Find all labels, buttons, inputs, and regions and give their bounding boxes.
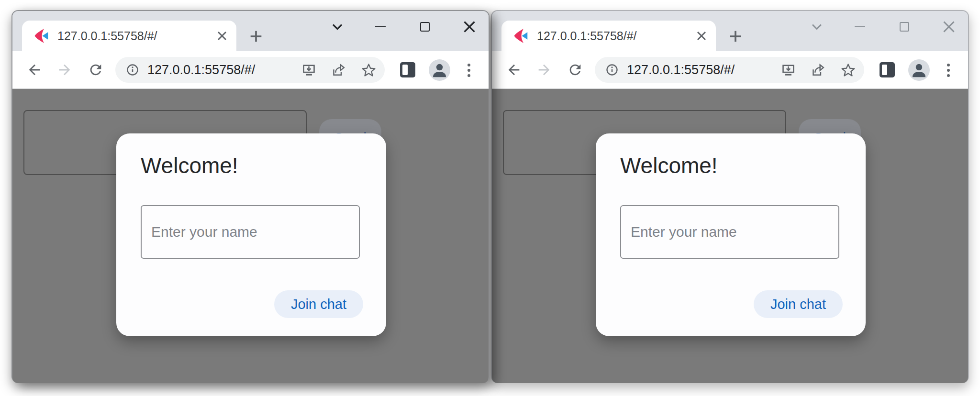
name-input[interactable] — [620, 205, 839, 259]
dialog-title: Welcome! — [620, 153, 718, 178]
name-input[interactable] — [141, 205, 360, 259]
bookmark-star-icon[interactable] — [841, 63, 856, 77]
maximize-icon[interactable] — [896, 18, 913, 36]
browser-window-left: 127.0.0.1:55758/#/ — [11, 10, 490, 383]
tab-strip: 127.0.0.1:55758/#/ — [492, 11, 968, 51]
forward-icon[interactable] — [56, 62, 73, 78]
maximize-icon[interactable] — [416, 18, 434, 36]
tab-search-chevron-icon[interactable] — [808, 18, 825, 36]
tab-close-icon[interactable] — [214, 28, 230, 44]
dialog-title: Welcome! — [141, 153, 238, 178]
url-text[interactable]: 127.0.0.1:55758/#/ — [147, 63, 301, 77]
browser-toolbar: 127.0.0.1:55758/#/ — [12, 51, 489, 89]
url-text[interactable]: 127.0.0.1:55758/#/ — [627, 63, 781, 77]
side-panel-icon[interactable] — [400, 62, 415, 77]
install-app-icon[interactable] — [301, 63, 316, 77]
address-bar[interactable]: 127.0.0.1:55758/#/ — [595, 57, 864, 83]
tab-title: 127.0.0.1:55758/#/ — [537, 29, 694, 43]
back-icon[interactable] — [26, 62, 43, 78]
welcome-dialog: Welcome! Join chat — [596, 133, 866, 336]
page-content-scrim: Send Welcome! Join chat — [12, 89, 489, 383]
back-icon[interactable] — [506, 62, 522, 78]
forward-icon[interactable] — [536, 62, 552, 78]
welcome-dialog: Welcome! Join chat — [116, 133, 386, 336]
page-content-scrim: Send Welcome! Join chat — [492, 89, 968, 383]
menu-dots-icon[interactable] — [464, 63, 474, 78]
profile-avatar-icon[interactable] — [429, 59, 450, 81]
share-icon[interactable] — [331, 63, 345, 77]
side-panel-icon[interactable] — [880, 62, 895, 77]
flet-favicon-icon — [33, 27, 50, 44]
browser-toolbar: 127.0.0.1:55758/#/ — [492, 51, 968, 89]
tab-strip: 127.0.0.1:55758/#/ — [12, 11, 489, 51]
minimize-icon[interactable] — [372, 18, 389, 36]
close-window-icon[interactable] — [940, 18, 958, 36]
bookmark-star-icon[interactable] — [361, 63, 376, 77]
site-info-icon[interactable] — [126, 63, 139, 77]
minimize-icon[interactable] — [851, 18, 869, 36]
browser-tab[interactable]: 127.0.0.1:55758/#/ — [501, 21, 716, 51]
reload-icon[interactable] — [88, 62, 104, 78]
flet-favicon-icon — [512, 27, 529, 44]
new-tab-icon[interactable] — [727, 28, 744, 44]
tab-close-icon[interactable] — [694, 28, 709, 44]
join-chat-button[interactable]: Join chat — [754, 290, 843, 318]
install-app-icon[interactable] — [781, 63, 796, 77]
browser-window-right: 127.0.0.1:55758/#/ — [491, 10, 969, 383]
site-info-icon[interactable] — [605, 63, 619, 77]
close-window-icon[interactable] — [461, 18, 478, 36]
new-tab-icon[interactable] — [248, 28, 264, 44]
tab-search-chevron-icon[interactable] — [329, 18, 346, 36]
browser-tab[interactable]: 127.0.0.1:55758/#/ — [22, 21, 236, 51]
address-bar[interactable]: 127.0.0.1:55758/#/ — [115, 57, 385, 83]
profile-avatar-icon[interactable] — [908, 59, 930, 81]
menu-dots-icon[interactable] — [944, 63, 953, 78]
tab-title: 127.0.0.1:55758/#/ — [57, 29, 214, 43]
share-icon[interactable] — [810, 63, 825, 77]
join-chat-button[interactable]: Join chat — [274, 290, 363, 318]
reload-icon[interactable] — [567, 62, 583, 78]
